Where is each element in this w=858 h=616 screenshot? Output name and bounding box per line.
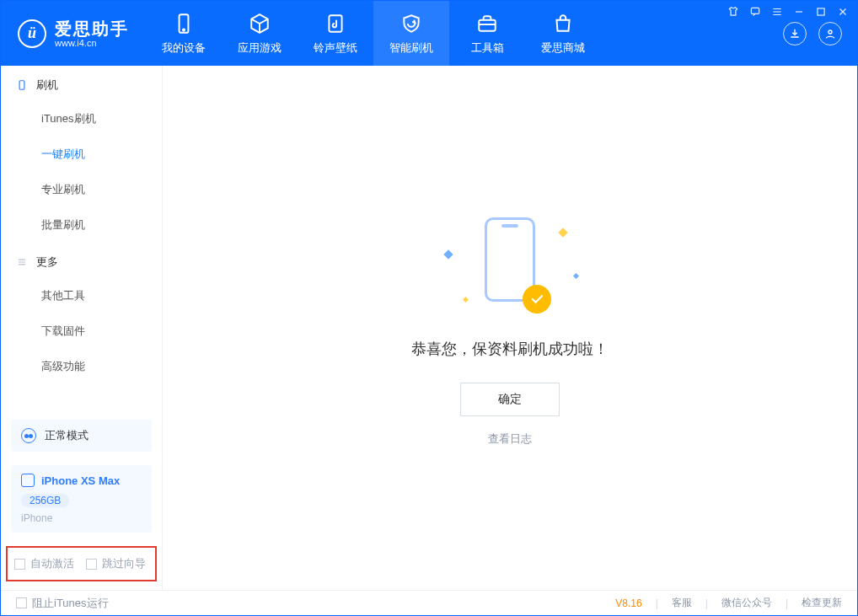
auto-activate-checkbox[interactable]: 自动激活 <box>14 556 74 571</box>
sidebar-group-flash: 刷机 <box>1 66 162 101</box>
sidebar-group-flash-label: 刷机 <box>36 78 58 93</box>
sidebar-item-oneclick-flash[interactable]: 一键刷机 <box>1 137 162 172</box>
logo-icon: ü <box>18 19 46 48</box>
device-icon <box>21 474 35 487</box>
nav-toolbox[interactable]: 工具箱 <box>449 1 525 66</box>
sidebar-spacer <box>1 384 162 413</box>
sidebar-item-pro-flash[interactable]: 专业刷机 <box>1 172 162 207</box>
nav-smart-flash-label: 智能刷机 <box>389 40 433 56</box>
status-mode-label: 正常模式 <box>45 428 88 443</box>
tshirt-icon[interactable] <box>727 6 739 18</box>
sidebar-item-download-firmware[interactable]: 下载固件 <box>1 313 162 349</box>
nav-my-device-label: 我的设备 <box>162 40 206 56</box>
block-itunes-label: 阻止iTunes运行 <box>32 596 109 611</box>
sidebar: 刷机 iTunes刷机 一键刷机 专业刷机 批量刷机 更多 其他工具 下载固件 … <box>1 66 163 590</box>
main-content: 恭喜您，保资料刷机成功啦！ 确定 查看日志 <box>163 66 857 590</box>
app-name-cn: 爱思助手 <box>55 19 129 38</box>
skip-guide-label: 跳过向导 <box>102 556 146 571</box>
nav-my-device[interactable]: 我的设备 <box>146 1 222 66</box>
svg-rect-7 <box>19 81 24 90</box>
svg-rect-4 <box>329 15 341 32</box>
checkbox-icon <box>86 559 97 570</box>
download-button[interactable] <box>783 22 807 46</box>
options-highlight-box: 自动激活 跳过向导 <box>6 546 157 581</box>
success-check-badge-icon <box>523 285 551 313</box>
feedback-icon[interactable] <box>749 6 761 18</box>
app-name-en: www.i4.cn <box>55 38 129 48</box>
sidebar-group-more: 更多 <box>1 243 162 278</box>
nav-store-label: 爱思商城 <box>541 40 585 56</box>
svg-rect-5 <box>479 19 496 30</box>
sparkle-icon <box>573 273 579 279</box>
auto-activate-label: 自动激活 <box>30 556 74 571</box>
svg-point-3 <box>183 29 185 30</box>
top-nav: 我的设备 应用游戏 铃声壁纸 智能刷机 工具箱 爱思商城 <box>146 1 601 66</box>
close-button[interactable] <box>837 6 849 18</box>
nav-store[interactable]: 爱思商城 <box>525 1 601 66</box>
nav-apps-games[interactable]: 应用游戏 <box>222 1 298 66</box>
minimize-button[interactable] <box>793 6 805 18</box>
check-update-link[interactable]: 检查更新 <box>802 596 842 610</box>
sidebar-items-flash: iTunes刷机 一键刷机 专业刷机 批量刷机 <box>1 101 162 243</box>
sparkle-icon <box>443 249 453 259</box>
sidebar-item-other-tools[interactable]: 其他工具 <box>1 278 162 313</box>
device-storage: 256GB <box>21 494 69 507</box>
refresh-shield-icon <box>400 12 423 35</box>
sidebar-items-more: 其他工具 下载固件 高级功能 <box>1 278 162 384</box>
status-mode-icon <box>21 428 36 443</box>
user-button[interactable] <box>818 22 842 46</box>
nav-ringtone-wallpaper[interactable]: 铃声壁纸 <box>298 1 373 66</box>
nav-smart-flash[interactable]: 智能刷机 <box>373 1 449 66</box>
checkbox-icon <box>14 559 25 570</box>
footer-right: V8.16 | 客服 | 微信公众号 | 检查更新 <box>615 596 842 610</box>
sidebar-item-batch-flash[interactable]: 批量刷机 <box>1 207 162 243</box>
svg-point-6 <box>829 30 832 34</box>
view-log-link[interactable]: 查看日志 <box>488 431 532 447</box>
bag-icon <box>551 12 575 35</box>
device-card[interactable]: iPhone XS Max 256GB iPhone <box>11 465 152 533</box>
menu-icon[interactable] <box>771 6 783 18</box>
wechat-link[interactable]: 微信公众号 <box>721 596 772 610</box>
device-name: iPhone XS Max <box>41 474 120 487</box>
logo-area: ü 爱思助手 www.i4.cn <box>1 1 146 66</box>
skip-guide-checkbox[interactable]: 跳过向导 <box>86 556 146 571</box>
device-type: iPhone <box>21 512 142 524</box>
app-window: ü 爱思助手 www.i4.cn 我的设备 应用游戏 铃声壁纸 智能刷机 <box>0 0 858 616</box>
sparkle-icon <box>558 228 567 237</box>
device-small-icon <box>16 79 28 91</box>
success-illustration <box>438 209 582 319</box>
music-file-icon <box>324 12 347 35</box>
sidebar-item-advanced[interactable]: 高级功能 <box>1 349 162 384</box>
nav-apps-games-label: 应用游戏 <box>238 40 282 56</box>
version-label: V8.16 <box>615 597 641 609</box>
svg-rect-0 <box>751 8 759 13</box>
svg-rect-1 <box>818 8 824 15</box>
phone-icon <box>172 12 196 35</box>
status-card[interactable]: 正常模式 <box>11 420 152 452</box>
logo-text: 爱思助手 www.i4.cn <box>55 19 129 48</box>
list-icon <box>16 256 28 268</box>
toolbox-icon <box>475 12 499 35</box>
nav-ringtone-wallpaper-label: 铃声壁纸 <box>314 40 357 56</box>
window-controls <box>727 6 849 18</box>
body: 刷机 iTunes刷机 一键刷机 专业刷机 批量刷机 更多 其他工具 下载固件 … <box>1 66 857 590</box>
checkbox-icon <box>16 597 27 608</box>
sparkle-icon <box>463 297 469 303</box>
success-title: 恭喜您，保资料刷机成功啦！ <box>411 339 609 359</box>
sidebar-item-itunes-flash[interactable]: iTunes刷机 <box>1 101 162 137</box>
sidebar-group-more-label: 更多 <box>36 254 58 270</box>
footer: 阻止iTunes运行 V8.16 | 客服 | 微信公众号 | 检查更新 <box>1 590 857 615</box>
header: ü 爱思助手 www.i4.cn 我的设备 应用游戏 铃声壁纸 智能刷机 <box>1 1 857 66</box>
ok-button[interactable]: 确定 <box>460 383 560 416</box>
nav-toolbox-label: 工具箱 <box>471 40 504 56</box>
maximize-button[interactable] <box>815 6 827 18</box>
block-itunes-checkbox[interactable]: 阻止iTunes运行 <box>16 596 109 611</box>
cube-icon <box>248 12 271 35</box>
customer-service-link[interactable]: 客服 <box>672 596 692 610</box>
